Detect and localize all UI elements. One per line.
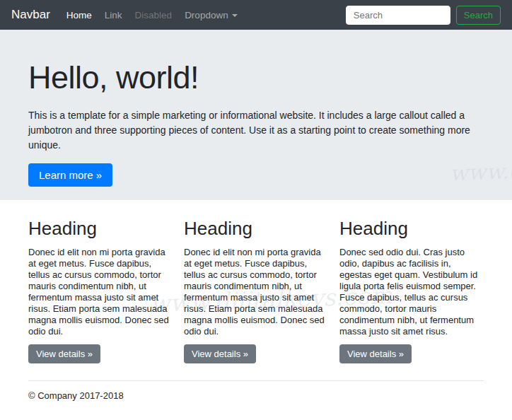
content: Heading Donec id elit non mi porta gravi…: [0, 200, 512, 401]
column-heading: Heading: [28, 218, 173, 240]
view-details-button-1[interactable]: View details »: [28, 344, 100, 363]
nav-item-link[interactable]: Link: [98, 10, 129, 21]
navbar-nav: Home Link Disabled Dropdown: [60, 10, 244, 21]
nav-item-disabled: Disabled: [129, 10, 179, 21]
column-text: Donec sed odio dui. Cras justo odio, dap…: [339, 247, 484, 337]
view-details-button-3[interactable]: View details »: [339, 344, 412, 363]
jumbotron-lead: This is a template for a simple marketin…: [28, 108, 484, 153]
column-text: Donec id elit non mi porta gravida at eg…: [28, 247, 173, 337]
columns-row: Heading Donec id elit non mi porta gravi…: [28, 200, 484, 363]
content-column-2: Heading Donec id elit non mi porta gravi…: [184, 218, 328, 363]
column-heading: Heading: [184, 218, 328, 240]
search-form: Search: [346, 6, 501, 25]
nav-item-dropdown[interactable]: Dropdown: [178, 10, 244, 21]
learn-more-button[interactable]: Learn more »: [28, 163, 112, 187]
search-button[interactable]: Search: [456, 6, 501, 25]
footer-divider: [28, 380, 484, 381]
navbar-brand[interactable]: Navbar: [11, 8, 50, 22]
content-column-1: Heading Donec id elit non mi porta gravi…: [28, 218, 173, 363]
navbar: Navbar Home Link Disabled Dropdown Searc…: [0, 0, 512, 30]
page: Navbar Home Link Disabled Dropdown Searc…: [0, 0, 512, 420]
nav-item-home[interactable]: Home: [60, 10, 98, 21]
footer: © Company 2017-2018: [28, 390, 484, 401]
view-details-button-2[interactable]: View details »: [184, 344, 256, 363]
column-heading: Heading: [339, 218, 484, 240]
content-column-3: Heading Donec sed odio dui. Cras justo o…: [339, 218, 484, 363]
caret-down-icon: [232, 14, 238, 17]
column-text: Donec id elit non mi porta gravida at eg…: [184, 247, 328, 337]
search-input[interactable]: [346, 6, 450, 25]
dropdown-label: Dropdown: [185, 10, 228, 21]
jumbotron: Hello, world! This is a template for a s…: [0, 30, 512, 200]
jumbotron-title: Hello, world!: [28, 59, 484, 96]
copyright-text: © Company 2017-2018: [28, 390, 484, 401]
